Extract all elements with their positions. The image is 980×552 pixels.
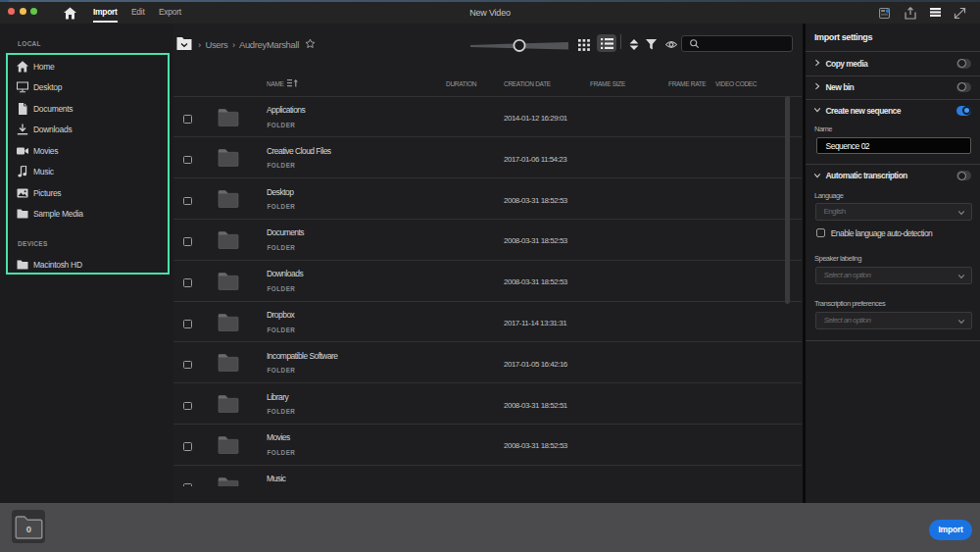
svg-text:0: 0 [25, 524, 30, 534]
